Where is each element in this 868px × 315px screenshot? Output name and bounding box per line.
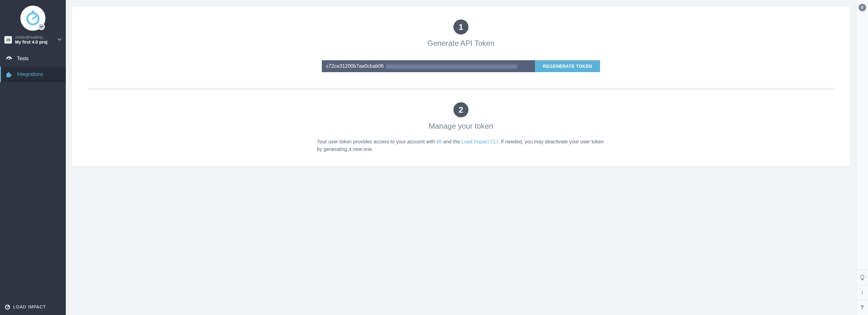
chevron-down-icon — [40, 25, 43, 28]
svg-rect-8 — [862, 292, 863, 295]
avatar[interactable] — [20, 6, 45, 31]
step-2: 2 Manage your token — [91, 102, 831, 131]
nav-label: Integrations — [17, 71, 43, 77]
step-title: Manage your token — [91, 122, 831, 131]
content-card: 1 Generate API Token c72ce31200b7ae0cbab… — [72, 7, 850, 166]
avatar-section — [0, 0, 66, 33]
hints-button[interactable] — [857, 270, 868, 285]
token-masked-part — [386, 64, 517, 69]
step-number-badge: 1 — [454, 20, 468, 34]
avatar-menu-toggle[interactable] — [38, 23, 45, 30]
brand-text: LOAD IMPACT — [13, 304, 46, 309]
chevron-down-icon — [58, 37, 61, 43]
project-selector[interactable]: JS mislav@loadimp... My first 4.0 proj — [0, 33, 66, 49]
step-1: 1 Generate API Token — [91, 20, 831, 48]
sidebar: JS mislav@loadimp... My first 4.0 proj T… — [0, 0, 66, 315]
brand-footer: LOAD IMPACT — [0, 299, 66, 315]
link-k6[interactable]: k6 — [436, 139, 442, 144]
api-token-field[interactable]: c72ce31200b7ae0cbab06 — [322, 60, 535, 72]
notification-count-badge: 0 — [859, 4, 866, 11]
project-name: My first 4.0 proj — [15, 39, 55, 45]
puzzle-icon — [6, 71, 12, 78]
step-number-badge: 2 — [454, 102, 468, 117]
info-button[interactable] — [857, 285, 868, 300]
svg-point-7 — [862, 291, 862, 291]
main-content: 1 Generate API Token c72ce31200b7ae0cbab… — [66, 0, 856, 315]
nav-label: Tests — [17, 56, 29, 61]
step-title: Generate API Token — [91, 39, 831, 48]
svg-rect-1 — [32, 11, 34, 12]
info-icon — [860, 290, 865, 295]
token-visible-part: c72ce31200b7ae0cbab06 — [326, 63, 384, 69]
stopwatch-logo-icon — [25, 10, 41, 26]
token-row: c72ce31200b7ae0cbab06 REGENERATE TOKEN — [91, 60, 831, 72]
svg-line-6 — [7, 306, 9, 307]
help-button[interactable]: ? — [857, 300, 868, 315]
notifications[interactable]: 0 — [859, 0, 866, 11]
link-load-impact-cli[interactable]: Load Impact CLI — [461, 139, 498, 144]
lightbulb-icon — [860, 275, 865, 281]
step-description: Your user token provides access to your … — [317, 138, 605, 153]
regenerate-token-button[interactable]: REGENERATE TOKEN — [535, 60, 600, 72]
nav-item-integrations[interactable]: Integrations — [0, 66, 66, 82]
question-icon: ? — [861, 304, 864, 311]
utility-bar: 0 ? — [856, 0, 868, 315]
stopwatch-logo-icon — [4, 304, 11, 310]
svg-line-2 — [33, 16, 36, 19]
nav: Tests Integrations — [0, 51, 66, 82]
gauge-icon — [6, 55, 12, 62]
nav-item-tests[interactable]: Tests — [0, 51, 66, 66]
section-divider — [88, 88, 834, 90]
project-info: mislav@loadimp... My first 4.0 proj — [15, 35, 55, 45]
user-email: mislav@loadimp... — [15, 35, 55, 39]
js-badge-icon: JS — [4, 36, 12, 44]
svg-line-4 — [9, 58, 11, 59]
